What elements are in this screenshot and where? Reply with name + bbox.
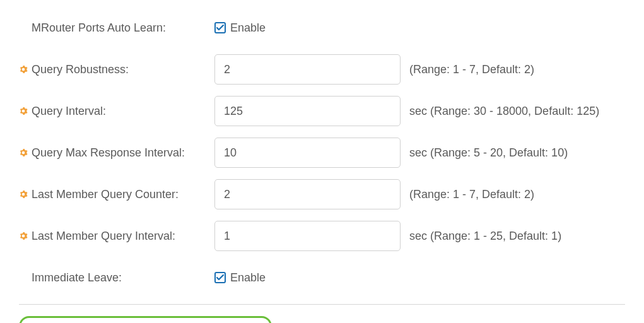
last-interval-hint: sec (Range: 1 - 25, Default: 1): [401, 230, 561, 243]
row-query-robustness: Query Robustness: (Range: 1 - 7, Default…: [19, 54, 625, 85]
row-query-interval: Query Interval: sec (Range: 30 - 18000, …: [19, 96, 625, 126]
interval-hint: sec (Range: 30 - 18000, Default: 125): [401, 105, 599, 118]
last-counter-label: Last Member Query Counter:: [32, 188, 179, 201]
robustness-hint: (Range: 1 - 7, Default: 2): [401, 63, 534, 76]
row-last-interval: Last Member Query Interval: sec (Range: …: [19, 221, 625, 251]
mrouter-checkbox-wrap: Enable: [214, 21, 266, 35]
interval-label: Query Interval:: [32, 105, 106, 118]
input-col: Enable: [214, 271, 401, 285]
spacer: [19, 23, 28, 32]
row-max-response: Query Max Response Interval: sec (Range:…: [19, 138, 625, 168]
immediate-checkbox-wrap: Enable: [214, 271, 266, 285]
gear-icon: [19, 107, 28, 115]
label-col: Query Robustness:: [19, 63, 214, 76]
immediate-checkbox-label: Enable: [230, 271, 266, 285]
last-interval-input[interactable]: [214, 221, 401, 251]
label-col: Last Member Query Interval:: [19, 230, 214, 243]
mrouter-checkbox-label: Enable: [230, 21, 266, 35]
label-col: Query Interval:: [19, 105, 214, 118]
gear-icon: [19, 148, 28, 157]
gear-icon: [19, 232, 28, 240]
row-igmp-querier-highlight: IGMP Querier Status: Enable: [19, 316, 272, 323]
immediate-enable-checkbox[interactable]: [214, 272, 226, 283]
section-divider: [19, 304, 625, 305]
row-immediate-leave: Immediate Leave: Enable: [19, 262, 625, 293]
robustness-label: Query Robustness:: [32, 63, 129, 76]
label-col: Query Max Response Interval:: [19, 146, 214, 160]
input-col: [214, 138, 401, 168]
input-col: [214, 96, 401, 126]
max-response-hint: sec (Range: 5 - 20, Default: 10): [401, 146, 568, 160]
input-col: [214, 221, 401, 251]
row-last-counter: Last Member Query Counter: (Range: 1 - 7…: [19, 179, 625, 209]
last-counter-input[interactable]: [214, 179, 401, 209]
label-col: Immediate Leave:: [19, 271, 214, 285]
immediate-label: Immediate Leave:: [32, 271, 122, 285]
input-col: [214, 54, 401, 85]
max-response-label: Query Max Response Interval:: [32, 146, 185, 160]
input-col: [214, 179, 401, 209]
last-counter-hint: (Range: 1 - 7, Default: 2): [401, 188, 534, 201]
spacer: [19, 273, 28, 282]
robustness-input[interactable]: [214, 54, 401, 85]
gear-icon: [19, 65, 28, 74]
max-response-input[interactable]: [214, 138, 401, 168]
label-col: Last Member Query Counter:: [19, 188, 214, 201]
interval-input[interactable]: [214, 96, 401, 126]
mrouter-label: MRouter Ports Auto Learn:: [32, 21, 166, 35]
mrouter-enable-checkbox[interactable]: [214, 22, 226, 33]
label-col: MRouter Ports Auto Learn:: [19, 21, 214, 35]
last-interval-label: Last Member Query Interval:: [32, 230, 175, 243]
row-mrouter-auto-learn: MRouter Ports Auto Learn: Enable: [19, 13, 625, 43]
gear-icon: [19, 190, 28, 199]
input-col: Enable: [214, 21, 401, 35]
